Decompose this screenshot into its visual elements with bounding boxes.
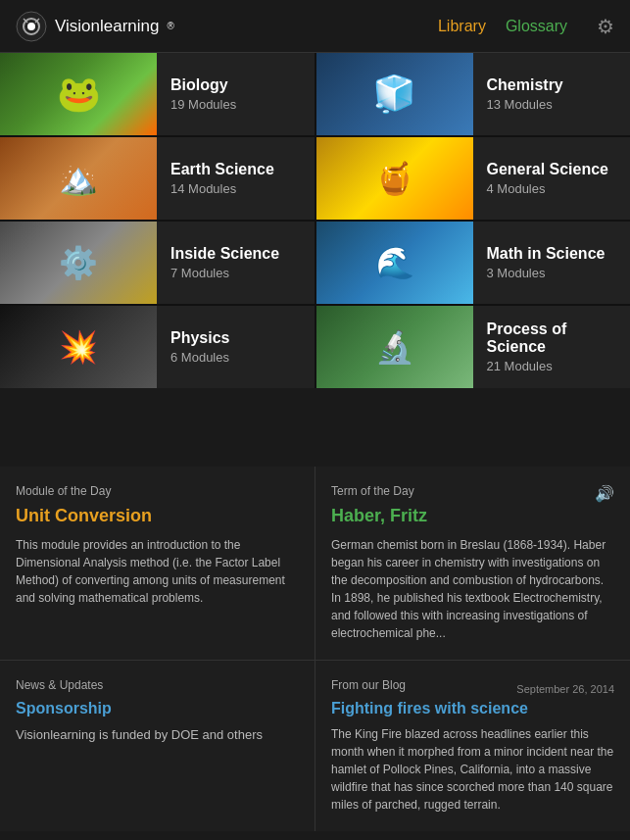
subject-card-general-science[interactable]: General Science4 Modules — [316, 137, 631, 220]
bottom-sections: Module of the Day Unit Conversion This m… — [0, 467, 630, 831]
subject-thumb-earth-science — [0, 137, 157, 220]
subject-thumb-general-science — [316, 137, 473, 220]
app-header: Visionlearning® Library Glossary ⚙ — [0, 0, 630, 53]
subject-thumb-chemistry — [316, 53, 473, 135]
term-of-day-header: Term of the Day 🔊 — [331, 484, 614, 506]
module-of-day-label: Module of the Day — [16, 484, 299, 498]
subject-info-biology: Biology19 Modules — [157, 65, 250, 124]
subject-card-chemistry[interactable]: Chemistry13 Modules — [316, 53, 631, 135]
spacer — [0, 388, 630, 467]
daily-section: Module of the Day Unit Conversion This m… — [0, 467, 630, 661]
subject-grid: Biology19 ModulesChemistry13 ModulesEart… — [0, 53, 630, 388]
blog-label: From our Blog — [331, 678, 406, 692]
term-of-day-title[interactable]: Haber, Fritz — [331, 506, 614, 526]
subject-name-inside-science: Inside Science — [170, 245, 279, 263]
subject-name-earth-science: Earth Science — [170, 161, 274, 178]
subject-card-math-in-science[interactable]: Math in Science3 Modules — [316, 222, 631, 304]
subject-thumb-math-in-science — [316, 222, 473, 304]
subject-name-physics: Physics — [170, 329, 229, 347]
blog-date: September 26, 2014 — [516, 683, 614, 695]
subject-thumb-process-of-science — [316, 306, 473, 388]
settings-button[interactable]: ⚙ — [597, 15, 614, 38]
subject-name-general-science: General Science — [487, 161, 609, 178]
subject-modules-biology: 19 Modules — [170, 97, 236, 112]
subject-info-math-in-science: Math in Science3 Modules — [473, 233, 619, 292]
subject-info-earth-science: Earth Science14 Modules — [157, 149, 288, 208]
blog-col: From our Blog September 26, 2014 Fightin… — [315, 661, 630, 831]
subject-card-inside-science[interactable]: Inside Science7 Modules — [0, 222, 315, 304]
subject-thumb-physics — [0, 306, 157, 388]
logo-reg: ® — [167, 21, 173, 31]
term-of-day-text: German chemist born in Breslau (1868-193… — [331, 536, 614, 642]
subject-name-biology: Biology — [170, 76, 236, 94]
term-of-day-col: Term of the Day 🔊 Haber, Fritz German ch… — [315, 467, 630, 660]
news-label: News & Updates — [16, 678, 299, 692]
subject-thumb-biology — [0, 53, 157, 135]
svg-point-2 — [27, 23, 35, 30]
nav-glossary[interactable]: Glossary — [506, 18, 567, 35]
news-col: News & Updates Sponsorship Visionlearnin… — [0, 661, 315, 831]
subject-info-physics: Physics6 Modules — [157, 318, 243, 376]
news-title[interactable]: Sponsorship — [16, 700, 299, 717]
subject-info-chemistry: Chemistry13 Modules — [473, 65, 577, 124]
subject-modules-process-of-science: 21 Modules — [487, 359, 617, 373]
module-of-day-title[interactable]: Unit Conversion — [16, 506, 299, 526]
logo-area: Visionlearning® — [16, 11, 438, 42]
subject-card-physics[interactable]: Physics6 Modules — [0, 306, 315, 388]
subject-name-math-in-science: Math in Science — [487, 245, 606, 263]
subject-name-process-of-science: Process of Science — [487, 321, 617, 356]
subject-card-biology[interactable]: Biology19 Modules — [0, 53, 315, 135]
subject-modules-math-in-science: 3 Modules — [487, 266, 606, 280]
nav-library[interactable]: Library — [438, 18, 486, 35]
subject-card-earth-science[interactable]: Earth Science14 Modules — [0, 137, 315, 220]
subject-info-inside-science: Inside Science7 Modules — [157, 233, 293, 292]
term-of-day-label: Term of the Day — [331, 484, 414, 498]
module-of-day-col: Module of the Day Unit Conversion This m… — [0, 467, 315, 660]
subject-modules-chemistry: 13 Modules — [487, 97, 563, 112]
module-of-day-text: This module provides an introduction to … — [16, 536, 299, 607]
subject-info-general-science: General Science4 Modules — [473, 149, 623, 208]
news-section: News & Updates Sponsorship Visionlearnin… — [0, 661, 630, 831]
subject-name-chemistry: Chemistry — [487, 76, 563, 94]
blog-title[interactable]: Fighting fires with science — [331, 700, 614, 717]
subject-card-process-of-science[interactable]: Process of Science21 Modules — [316, 306, 631, 388]
subject-info-process-of-science: Process of Science21 Modules — [473, 309, 631, 385]
subject-modules-physics: 6 Modules — [170, 350, 229, 365]
blog-text: The King Fire blazed across headlines ea… — [331, 725, 614, 814]
news-text: Visionlearning is funded by DOE and othe… — [16, 725, 299, 745]
subject-modules-inside-science: 7 Modules — [170, 266, 279, 280]
visionlearning-logo-icon — [16, 11, 47, 42]
logo-text: Visionlearning — [55, 17, 159, 36]
nav-links: Library Glossary ⚙ — [438, 15, 614, 38]
speaker-icon[interactable]: 🔊 — [595, 484, 614, 503]
subject-thumb-inside-science — [0, 222, 157, 304]
subject-modules-earth-science: 14 Modules — [170, 181, 274, 196]
subject-modules-general-science: 4 Modules — [487, 181, 609, 196]
